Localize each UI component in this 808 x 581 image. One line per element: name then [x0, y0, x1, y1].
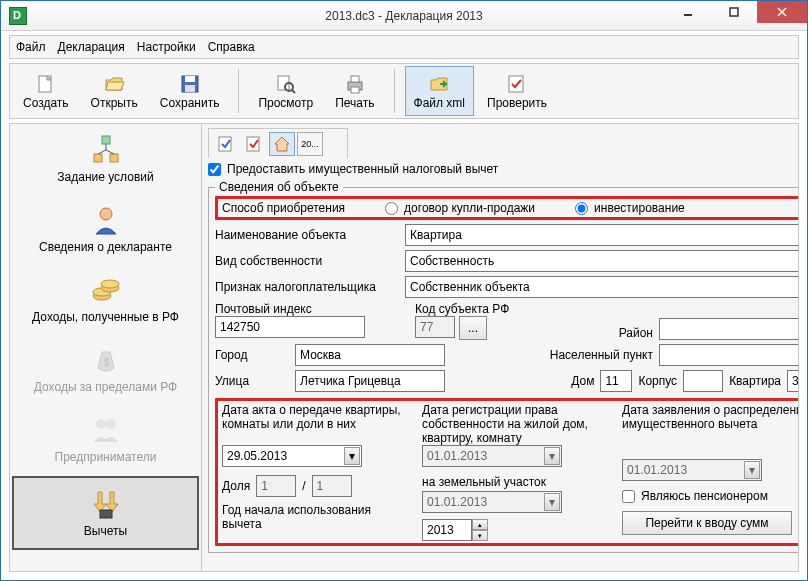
- land-reg-label: на земельный участок: [422, 475, 612, 489]
- spin-down[interactable]: ▾: [472, 530, 488, 541]
- person-icon: [90, 204, 122, 236]
- locality-input[interactable]: [659, 344, 798, 366]
- object-info-legend: Сведения об объекте: [215, 180, 343, 194]
- open-button[interactable]: Открыть: [82, 66, 147, 116]
- statement-date-picker[interactable]: 01.01.2013 ▾: [622, 459, 762, 481]
- toolbar: Создать Открыть Сохранить Просмотр Печат…: [9, 63, 799, 119]
- menu-file[interactable]: Файл: [16, 40, 46, 54]
- mini-btn-house[interactable]: [269, 132, 295, 156]
- spin-up[interactable]: ▴: [472, 519, 488, 530]
- radio-purchase[interactable]: договор купли-продажи: [385, 201, 535, 215]
- reg-date-label: Дата регистрации права собственности на …: [422, 403, 612, 445]
- building-input[interactable]: [683, 370, 723, 392]
- window-title: 2013.dc3 - Декларация 2013: [325, 9, 482, 23]
- sidebar-item-income-rf[interactable]: Доходы, полученные в РФ: [10, 264, 201, 334]
- content: 20... Предоставить имущественный налогов…: [202, 124, 798, 571]
- radio-invest[interactable]: инвестирование: [575, 201, 685, 215]
- chevron-down-icon: ▾: [344, 447, 360, 465]
- mini-btn-1[interactable]: [213, 132, 239, 156]
- statement-date-label: Дата заявления о распределении имуществе…: [622, 403, 798, 459]
- chevron-down-icon: ▾: [744, 461, 760, 479]
- year-start-label: Год начала использования вычета: [222, 503, 412, 531]
- print-button[interactable]: Печать: [326, 66, 383, 116]
- new-file-icon: [34, 72, 58, 96]
- menu-help[interactable]: Справка: [208, 40, 255, 54]
- svg-point-27: [96, 419, 106, 429]
- sidebar-item-declarant[interactable]: Сведения о декларанте: [10, 194, 201, 264]
- mini-btn-20[interactable]: 20...: [297, 132, 323, 156]
- pensioner-checkbox[interactable]: [622, 490, 635, 503]
- postal-label: Почтовый индекс: [215, 302, 405, 316]
- apartment-label: Квартира: [729, 374, 781, 388]
- locality-label: Населенный пункт: [550, 348, 653, 362]
- sidebar: Задание условий Сведения о декларанте До…: [10, 124, 202, 571]
- maximize-button[interactable]: [711, 1, 757, 23]
- floppy-icon: [178, 72, 202, 96]
- svg-rect-12: [351, 76, 359, 82]
- sidebar-item-income-abroad: $ Доходы за пределами РФ: [10, 334, 201, 404]
- menu-declaration[interactable]: Декларация: [58, 40, 125, 54]
- check-button[interactable]: Проверить: [478, 66, 556, 116]
- export-xml-button[interactable]: Файл xml: [405, 66, 475, 116]
- sidebar-item-deductions[interactable]: Вычеты: [12, 476, 199, 550]
- titlebar: 2013.dc3 - Декларация 2013: [1, 1, 807, 31]
- provide-deduction-checkbox[interactable]: [208, 163, 221, 176]
- svg-rect-29: [100, 510, 112, 518]
- save-button[interactable]: Сохранить: [151, 66, 229, 116]
- reg-date-picker[interactable]: 01.01.2013 ▾: [422, 445, 562, 467]
- ownership-type-select[interactable]: Собственность ▾: [405, 250, 798, 272]
- object-name-label: Наименование объекта: [215, 228, 405, 242]
- sidebar-item-conditions[interactable]: Задание условий: [10, 124, 201, 194]
- minimize-button[interactable]: [665, 1, 711, 23]
- create-button[interactable]: Создать: [14, 66, 78, 116]
- share-num: [256, 475, 296, 497]
- provide-deduction-label: Предоставить имущественный налоговый выч…: [227, 162, 498, 176]
- act-date-picker[interactable]: 29.05.2013 ▾: [222, 445, 362, 467]
- svg-text:$: $: [104, 357, 110, 368]
- apartment-input[interactable]: [787, 370, 798, 392]
- mini-btn-2[interactable]: [241, 132, 267, 156]
- svg-line-10: [292, 90, 295, 93]
- house-input[interactable]: [600, 370, 632, 392]
- taxpayer-sign-select[interactable]: Собственник объекта ▾: [405, 276, 798, 298]
- subject-code-input: [415, 316, 455, 338]
- postal-input[interactable]: [215, 316, 365, 338]
- pensioner-checkbox-row[interactable]: Являюсь пенсионером: [622, 489, 798, 503]
- menubar: Файл Декларация Настройки Справка: [9, 35, 799, 59]
- street-label: Улица: [215, 374, 295, 388]
- building-label: Корпус: [638, 374, 677, 388]
- sidebar-item-entrepreneurs: Предприниматели: [10, 404, 201, 474]
- share-label: Доля: [222, 479, 250, 493]
- svg-line-20: [106, 150, 114, 154]
- city-input[interactable]: [295, 344, 445, 366]
- svg-rect-7: [185, 85, 195, 92]
- magnifier-icon: [274, 72, 298, 96]
- svg-rect-13: [351, 87, 359, 93]
- menu-settings[interactable]: Настройки: [137, 40, 196, 54]
- district-input[interactable]: [659, 318, 798, 340]
- go-to-sums-button[interactable]: Перейти к вводу сумм: [622, 511, 792, 535]
- chevron-down-icon: ▾: [544, 493, 560, 511]
- street-input[interactable]: [295, 370, 445, 392]
- land-reg-picker[interactable]: 01.01.2013 ▾: [422, 491, 562, 513]
- city-label: Город: [215, 348, 295, 362]
- district-label: Район: [619, 326, 653, 340]
- svg-rect-30: [219, 137, 231, 151]
- object-name-select[interactable]: Квартира ▾: [405, 224, 798, 246]
- house-label: Дом: [571, 374, 594, 388]
- subject-code-label: Код субъекта РФ: [415, 302, 509, 316]
- checkmark-icon: [505, 72, 529, 96]
- app-icon: [9, 7, 27, 25]
- subject-code-browse[interactable]: ...: [459, 316, 487, 340]
- preview-button[interactable]: Просмотр: [249, 66, 322, 116]
- share-den: [312, 475, 352, 497]
- taxpayer-sign-label: Признак налогоплательщика: [215, 280, 405, 294]
- year-start-input[interactable]: [422, 519, 472, 541]
- chevron-down-icon: ▾: [544, 447, 560, 465]
- close-button[interactable]: [757, 1, 807, 23]
- svg-point-25: [101, 280, 119, 288]
- folder-open-icon: [102, 72, 126, 96]
- svg-point-28: [106, 419, 116, 429]
- svg-rect-6: [185, 76, 195, 82]
- svg-line-19: [98, 150, 106, 154]
